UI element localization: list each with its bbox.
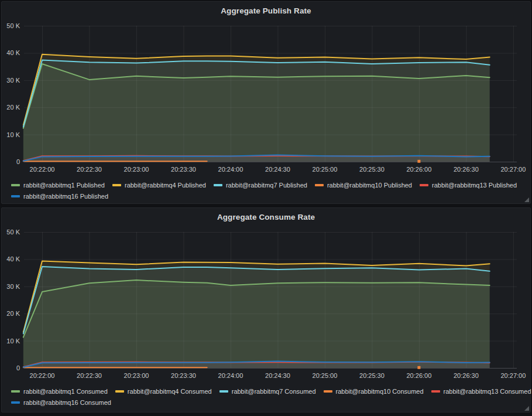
legend-swatch-icon [11,184,20,186]
y-axis-tick-label: 40 K [6,255,20,262]
legend-swatch-icon [324,390,332,393]
legend-item[interactable]: rabbit@rabbitmq10 Consumed [324,388,424,395]
legend-item[interactable]: rabbit@rabbitmq13 Consumed [431,388,531,395]
panel-aggregate-publish-rate: Aggregate Publish Rate 010 K20 K30 K40 K… [1,1,531,204]
series-area [23,267,490,368]
y-axis-tick-label: 0 [16,158,20,165]
x-axis-tick-label: 20:22:00 [30,166,55,173]
legend-label: rabbit@rabbitmq1 Published [23,182,105,189]
x-axis-tick-label: 20:24:00 [218,372,243,379]
panel-aggregate-consume-rate: Aggregate Consume Rate 010 K20 K30 K40 K… [1,207,531,412]
publish-rate-chart[interactable]: 010 K20 K30 K40 K50 K20:22:0020:22:3020:… [2,19,530,178]
y-axis-tick-label: 50 K [6,22,20,29]
legend-label: rabbit@rabbitmq7 Published [226,182,307,189]
y-axis-tick-label: 10 K [6,131,20,138]
legend-item[interactable]: rabbit@rabbitmq1 Published [11,182,105,189]
x-axis-tick-label: 20:23:00 [124,372,149,379]
y-axis-tick-label: 10 K [6,337,20,345]
x-axis-tick-label: 20:24:00 [218,166,243,173]
legend-item[interactable]: rabbit@rabbitmq7 Published [214,182,307,189]
legend-item[interactable]: rabbit@rabbitmq16 Published [11,193,108,200]
legend-swatch-icon [420,184,428,186]
y-axis-tick-label: 30 K [6,283,20,290]
legend-swatch-icon [112,184,121,186]
x-axis-tick-label: 20:26:30 [454,166,479,173]
legend-swatch-icon [11,401,20,404]
legend-label: rabbit@rabbitmq1 Consumed [23,388,108,395]
x-axis-tick-label: 20:24:30 [265,166,290,173]
legend-swatch-icon [315,184,324,186]
x-axis-tick-label: 20:23:00 [124,166,149,173]
legend-label: rabbit@rabbitmq10 Published [327,182,412,189]
panel-title-consume[interactable]: Aggregate Consume Rate [2,208,530,226]
x-axis-tick-label: 20:26:00 [407,166,432,173]
panel-title-publish[interactable]: Aggregate Publish Rate [2,2,530,19]
legend-swatch-icon [11,195,20,197]
x-axis-tick-label: 20:27:00 [500,372,526,379]
series-fills [23,54,490,162]
legend-label: rabbit@rabbitmq13 Published [432,182,517,189]
legend-swatch-icon [219,390,228,393]
consume-rate-chart[interactable]: 010 K20 K30 K40 K50 K20:22:0020:22:3020:… [2,226,530,384]
legend-row: rabbit@rabbitmq1 Publishedrabbit@rabbitm… [11,179,530,190]
x-axis-tick-label: 20:26:00 [407,372,432,379]
x-axis-tick-label: 20:25:00 [313,166,338,173]
legend-item[interactable]: rabbit@rabbitmq4 Published [112,182,206,189]
series-point[interactable] [417,160,420,163]
legend-item[interactable]: rabbit@rabbitmq7 Consumed [219,388,316,395]
series-fills [23,261,490,368]
legend-label: rabbit@rabbitmq4 Published [125,182,206,189]
legend-item[interactable]: rabbit@rabbitmq1 Consumed [11,388,108,395]
x-axis-tick-label: 20:26:30 [454,372,479,379]
publish-legend: rabbit@rabbitmq1 Publishedrabbit@rabbitm… [2,178,530,205]
y-axis-tick-label: 50 K [6,229,20,236]
y-axis-tick-label: 40 K [6,49,20,56]
legend-item[interactable]: rabbit@rabbitmq10 Published [315,182,412,189]
consume-legend: rabbit@rabbitmq1 Consumedrabbit@rabbitmq… [2,384,530,411]
x-axis-tick-label: 20:25:00 [313,372,338,379]
legend-label: rabbit@rabbitmq16 Consumed [23,399,111,406]
x-axis-tick-label: 20:25:30 [359,166,385,173]
legend-row: rabbit@rabbitmq1 Consumedrabbit@rabbitmq… [11,386,530,397]
legend-item[interactable]: rabbit@rabbitmq16 Consumed [11,399,111,406]
legend-swatch-icon [431,390,440,393]
y-axis-tick-label: 30 K [6,77,20,84]
series-point[interactable] [417,366,420,369]
legend-label: rabbit@rabbitmq16 Published [23,193,108,200]
y-axis-tick-label: 0 [16,364,20,371]
y-axis-tick-label: 20 K [6,310,20,317]
x-axis-tick-label: 20:23:30 [171,372,196,379]
legend-item[interactable]: rabbit@rabbitmq13 Published [420,182,517,189]
legend-label: rabbit@rabbitmq10 Consumed [336,388,424,395]
legend-swatch-icon [214,184,222,186]
legend-swatch-icon [115,390,124,393]
x-axis-tick-label: 20:22:30 [77,166,102,173]
x-axis-tick-label: 20:22:00 [30,372,55,379]
panel-resize-handle[interactable] [524,197,529,202]
legend-label: rabbit@rabbitmq13 Consumed [444,388,531,395]
legend-swatch-icon [11,390,20,393]
x-axis-tick-label: 20:23:30 [171,166,196,173]
x-axis-tick-label: 20:22:30 [77,372,102,379]
legend-row: rabbit@rabbitmq16 Published [11,190,530,202]
legend-item[interactable]: rabbit@rabbitmq4 Consumed [115,388,212,395]
legend-row: rabbit@rabbitmq16 Consumed [11,397,530,408]
x-axis-tick-label: 20:24:30 [265,372,290,379]
series-area [23,60,490,162]
legend-label: rabbit@rabbitmq4 Consumed [128,388,212,395]
y-axis-tick-label: 20 K [6,104,20,111]
x-axis-tick-label: 20:27:00 [500,166,526,173]
legend-label: rabbit@rabbitmq7 Consumed [232,388,316,395]
panel-resize-handle[interactable] [524,406,529,411]
x-axis-tick-label: 20:25:30 [359,372,385,379]
